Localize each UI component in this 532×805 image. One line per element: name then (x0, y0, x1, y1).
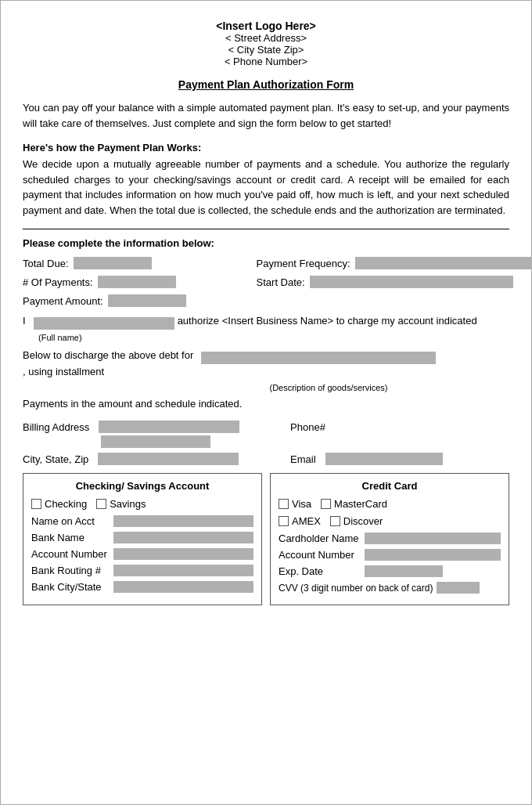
header: <Insert Logo Here> < Street Address> < C… (23, 20, 509, 67)
credit-account-number-input[interactable] (365, 549, 501, 561)
total-due-input[interactable] (74, 257, 152, 269)
bank-city-state-row: Bank City/State (31, 581, 253, 593)
start-date-input[interactable] (310, 276, 513, 288)
billing-address-input-2[interactable] (101, 435, 210, 448)
intro-text: You can pay off your balance with a simp… (23, 100, 509, 131)
payment-amount-input[interactable] (108, 294, 186, 307)
num-payments-label: # Of Payments: (23, 276, 93, 288)
visa-checkbox[interactable] (279, 499, 289, 509)
account-number-input[interactable] (113, 548, 253, 560)
amex-checkbox-item[interactable]: AMEX (279, 515, 321, 527)
visa-mastercard-row: Visa MasterCard (279, 498, 501, 510)
bank-city-state-label: Bank City/State (31, 581, 110, 593)
name-on-acct-row: Name on Acct (31, 515, 253, 527)
bank-name-label: Bank Name (31, 532, 110, 543)
col-payment-frequency: Payment Frequency: (257, 257, 532, 269)
bank-city-state-input[interactable] (113, 581, 253, 593)
phone-label: Phone# (290, 421, 325, 433)
payment-frequency-input[interactable] (355, 257, 533, 269)
description-sub: (Description of goods/services) (269, 383, 387, 392)
start-date-label: Start Date: (257, 276, 305, 288)
cvv-input[interactable] (437, 582, 480, 594)
account-number-row: Account Number (31, 548, 253, 560)
savings-checkbox[interactable] (96, 499, 106, 509)
full-name-sub: (Full name) (38, 333, 82, 342)
authorize-mid: authorize <Insert Business Name> to char… (178, 313, 477, 330)
checking-title: Checking/ Savings Account (31, 480, 253, 492)
bank-routing-label: Bank Routing # (31, 565, 110, 576)
logo-placeholder: <Insert Logo Here> (23, 20, 509, 32)
billing-section: Billing Address Phone# City, State, Zip … (23, 421, 509, 465)
payment-frequency-label: Payment Frequency: (257, 258, 350, 269)
form-title: Payment Plan Authorization Form (23, 78, 509, 91)
city-state-zip: < City State Zip> (23, 44, 509, 56)
description-row: Below to discharge the above debt for , … (23, 348, 509, 381)
bank-routing-row: Bank Routing # (31, 565, 253, 576)
amex-checkbox[interactable] (279, 516, 289, 526)
email-input[interactable] (325, 453, 443, 465)
col-total-due: Total Due: (23, 257, 257, 269)
credit-card-section: Credit Card Visa MasterCard AMEX (270, 473, 509, 605)
how-it-works-heading: Here's how the Payment Plan Works: (23, 142, 509, 153)
total-due-label: Total Due: (23, 258, 69, 269)
description-input[interactable] (201, 352, 436, 364)
cardholder-name-input[interactable] (365, 532, 501, 544)
billing-address-label: Billing Address (23, 421, 89, 433)
page: <Insert Logo Here> < Street Address> < C… (0, 0, 532, 805)
cardholder-name-row: Cardholder Name (279, 532, 501, 544)
authorize-pre: I (23, 313, 26, 330)
city-state-zip-label: City, State, Zip (23, 453, 88, 465)
bank-name-input[interactable] (113, 532, 253, 543)
row-payments-startdate: # Of Payments: Start Date: (23, 276, 509, 288)
payment-amount-label: Payment Amount: (23, 295, 103, 307)
mastercard-checkbox-item[interactable]: MasterCard (321, 498, 387, 510)
exp-date-label: Exp. Date (279, 565, 361, 577)
checking-checkbox-item[interactable]: Checking (31, 498, 87, 510)
discover-checkbox[interactable] (330, 516, 340, 526)
cvv-label: CVV (3 digit number on back of card) (279, 583, 433, 594)
savings-checkbox-item[interactable]: Savings (96, 498, 146, 510)
exp-date-input[interactable] (365, 565, 443, 577)
phone-number: < Phone Number> (23, 56, 509, 67)
checking-checkbox[interactable] (31, 499, 41, 509)
credit-account-number-label: Account Number (279, 549, 361, 561)
billing-address-input-1[interactable] (99, 421, 239, 433)
cardholder-name-label: Cardholder Name (279, 532, 361, 544)
col-num-payments: # Of Payments: (23, 276, 257, 288)
visa-label: Visa (292, 498, 311, 510)
mastercard-label: MasterCard (334, 498, 387, 510)
name-on-acct-input[interactable] (113, 515, 253, 527)
discover-label: Discover (343, 515, 383, 527)
discover-checkbox-item[interactable]: Discover (330, 515, 383, 527)
account-number-label: Account Number (31, 548, 110, 560)
mastercard-checkbox[interactable] (321, 499, 331, 509)
full-name-input[interactable] (34, 317, 174, 330)
exp-date-row: Exp. Date (279, 565, 501, 577)
form-section-heading: Please complete the information below: (23, 237, 509, 249)
col-start-date: Start Date: (257, 276, 513, 288)
visa-checkbox-item[interactable]: Visa (279, 498, 311, 510)
payments-text: Payments in the amount and schedule indi… (23, 398, 509, 410)
row-payment-amount: Payment Amount: (23, 294, 509, 307)
authorize-row: I authorize <Insert Business Name> to ch… (23, 313, 509, 330)
checking-label: Checking (45, 498, 87, 510)
how-it-works-body: We decide upon a mutually agreeable numb… (23, 157, 509, 218)
billing-address-row: Billing Address Phone# (23, 421, 509, 448)
city-state-zip-input[interactable] (98, 453, 239, 465)
cvv-row: CVV (3 digit number on back of card) (279, 582, 501, 594)
credit-account-number-row: Account Number (279, 549, 501, 561)
checking-savings-checkboxes: Checking Savings (31, 498, 253, 510)
amex-label: AMEX (292, 515, 321, 527)
bank-routing-input[interactable] (113, 565, 253, 576)
name-on-acct-label: Name on Acct (31, 515, 110, 527)
row-total-frequency: Total Due: Payment Frequency: (23, 257, 509, 269)
num-payments-input[interactable] (98, 276, 176, 288)
divider (23, 229, 509, 229)
savings-label: Savings (110, 498, 146, 510)
bank-name-row: Bank Name (31, 532, 253, 543)
using-installment: , using installment (23, 364, 104, 381)
street-address: < Street Address> (23, 32, 509, 44)
bottom-cols: Checking/ Savings Account Checking Savin… (23, 473, 509, 605)
checking-savings-section: Checking/ Savings Account Checking Savin… (23, 473, 262, 605)
amex-discover-row: AMEX Discover (279, 515, 501, 527)
